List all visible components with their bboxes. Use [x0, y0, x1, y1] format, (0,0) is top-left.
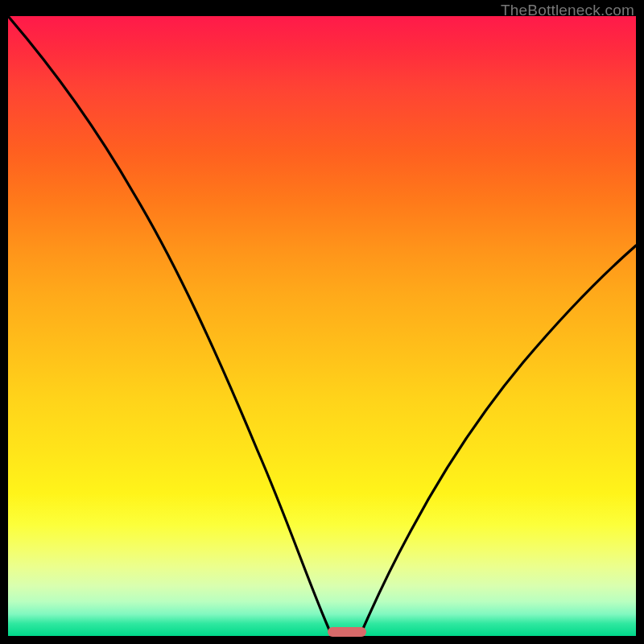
bottleneck-curve-left [8, 16, 332, 636]
curve-layer [8, 16, 636, 636]
plot-area [8, 16, 636, 636]
watermark-text: TheBottleneck.com [501, 2, 634, 19]
optimal-zone-marker [328, 627, 366, 637]
bottleneck-curve-right [360, 246, 636, 636]
